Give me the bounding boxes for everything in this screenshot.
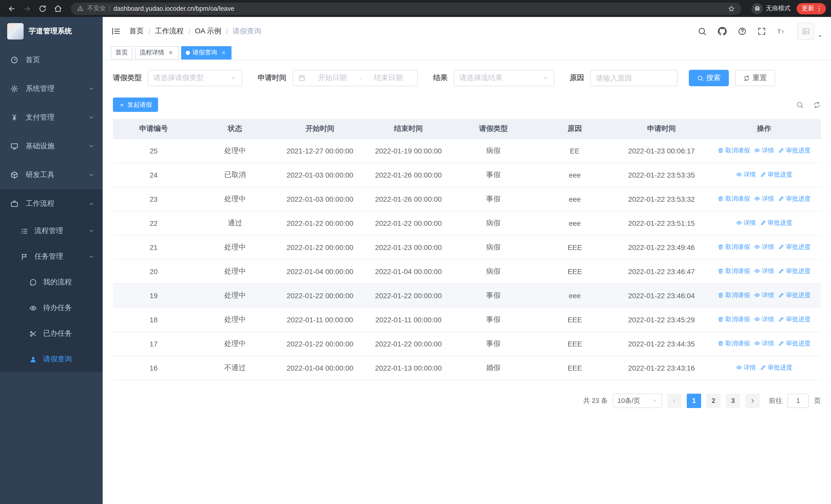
browser-update-menu-button[interactable]: 更新 bbox=[797, 3, 826, 14]
detail-link[interactable]: 详情 bbox=[736, 170, 756, 179]
detail-link[interactable]: 详情 bbox=[754, 339, 774, 348]
table-body: 25处理中2021-12-27 00:00:002022-01-19 00:00… bbox=[113, 139, 821, 380]
cell-apply-time: 2022-01-22 23:51:15 bbox=[615, 211, 708, 235]
cell-status: 处理中 bbox=[194, 259, 276, 283]
yen-icon bbox=[10, 113, 19, 122]
tab-leave-query[interactable]: 请假查询 bbox=[181, 46, 231, 59]
refresh-table-icon[interactable] bbox=[813, 101, 821, 109]
approval-progress-link[interactable]: 审批进度 bbox=[778, 315, 810, 324]
github-icon[interactable] bbox=[717, 26, 727, 36]
briefcase-icon bbox=[10, 200, 19, 208]
search-button[interactable]: 搜索 bbox=[689, 70, 729, 86]
approval-progress-link[interactable]: 审批进度 bbox=[778, 267, 810, 276]
search-icon[interactable] bbox=[697, 26, 707, 36]
leave-type-placeholder: 请选择请假类型 bbox=[153, 73, 204, 83]
collapse-sidebar-icon[interactable] bbox=[111, 26, 121, 36]
sidebar-item-process-mgmt[interactable]: 流程管理 bbox=[0, 218, 103, 244]
detail-link[interactable]: 详情 bbox=[754, 291, 774, 300]
font-size-icon[interactable]: TT bbox=[777, 26, 786, 36]
page-button-2[interactable]: 2 bbox=[706, 393, 721, 408]
detail-link[interactable]: 详情 bbox=[754, 146, 774, 155]
cancel-leave-link[interactable]: 取消请假 bbox=[718, 267, 750, 276]
page-size-select[interactable]: 10条/页 bbox=[613, 393, 662, 408]
delete-icon bbox=[718, 340, 724, 347]
sidebar-item-task-mgmt[interactable]: 任务管理 bbox=[0, 244, 103, 269]
security-warning-icon[interactable] bbox=[77, 5, 84, 12]
detail-link[interactable]: 详情 bbox=[754, 243, 774, 251]
approval-progress-link[interactable]: 审批进度 bbox=[778, 195, 810, 203]
sidebar-item-todo-tasks[interactable]: 待办任务 bbox=[0, 295, 103, 321]
sidebar-item-my-process[interactable]: 我的流程 bbox=[0, 269, 103, 295]
edit-icon bbox=[778, 317, 784, 323]
browser-back-button[interactable] bbox=[5, 2, 19, 15]
sidebar-item-dev-tools[interactable]: 研发工具 bbox=[0, 161, 103, 189]
approval-progress-link[interactable]: 审批进度 bbox=[778, 146, 810, 155]
result-select[interactable]: 请选择流结果 bbox=[454, 70, 554, 86]
cell-leave-type: 病假 bbox=[453, 211, 534, 235]
cell-apply-id: 18 bbox=[113, 307, 194, 331]
sidebar-item-home[interactable]: 首页 bbox=[0, 46, 103, 75]
create-leave-button[interactable]: 发起请假 bbox=[113, 97, 158, 112]
fullscreen-icon[interactable] bbox=[757, 26, 766, 36]
tab-home[interactable]: 首页 bbox=[111, 46, 133, 59]
sidebar-item-leave-query[interactable]: 请假查询 bbox=[0, 347, 103, 372]
cancel-leave-link[interactable]: 取消请假 bbox=[718, 195, 750, 203]
leave-type-select[interactable]: 请选择请假类型 bbox=[148, 70, 242, 86]
cell-actions: 取消请假详情审批进度 bbox=[708, 283, 821, 307]
reset-button[interactable]: 重置 bbox=[735, 70, 775, 86]
detail-link[interactable]: 详情 bbox=[736, 363, 756, 372]
approval-progress-link[interactable]: 审批进度 bbox=[760, 219, 792, 227]
detail-link[interactable]: 详情 bbox=[736, 219, 756, 227]
chevron-down-icon bbox=[88, 228, 94, 234]
sidebar-item-payment-mgmt[interactable]: 支付管理 bbox=[0, 103, 103, 132]
goto-page-input[interactable] bbox=[787, 393, 809, 408]
table-header-row: 申请编号 状态 开始时间 结束时间 请假类型 原因 申请时间 操作 bbox=[113, 119, 821, 139]
detail-link[interactable]: 详情 bbox=[754, 267, 774, 276]
approval-progress-link[interactable]: 审批进度 bbox=[778, 243, 810, 251]
sidebar-item-infrastructure[interactable]: 基础设施 bbox=[0, 132, 103, 161]
approval-progress-link[interactable]: 审批进度 bbox=[778, 291, 810, 300]
detail-link[interactable]: 详情 bbox=[754, 315, 774, 324]
approval-progress-link[interactable]: 审批进度 bbox=[778, 339, 810, 348]
close-icon[interactable] bbox=[167, 49, 174, 56]
page-button-1[interactable]: 1 bbox=[687, 393, 701, 408]
dashboard-icon bbox=[10, 56, 19, 64]
sidebar-item-done-tasks[interactable]: 已办任务 bbox=[0, 321, 103, 347]
cancel-leave-link[interactable]: 取消请假 bbox=[718, 291, 750, 300]
approval-progress-link[interactable]: 审批进度 bbox=[760, 170, 792, 179]
breadcrumb-home[interactable]: 首页 bbox=[130, 26, 144, 36]
cell-status: 处理中 bbox=[194, 307, 276, 331]
help-icon[interactable] bbox=[738, 26, 747, 36]
bookmark-star-icon[interactable] bbox=[728, 5, 735, 12]
next-page-button[interactable] bbox=[745, 393, 760, 408]
eye-icon bbox=[754, 244, 760, 250]
app-logo[interactable]: 芋道管理系统 bbox=[0, 17, 103, 46]
browser-forward-button[interactable] bbox=[21, 2, 34, 15]
browser-reload-button[interactable] bbox=[36, 2, 49, 15]
table-row: 24已取消2022-01-03 00:00:002022-01-26 00:00… bbox=[113, 163, 821, 187]
browser-menu-icon bbox=[815, 5, 823, 12]
sidebar-item-system-mgmt[interactable]: 系统管理 bbox=[0, 75, 103, 103]
toggle-search-icon[interactable] bbox=[796, 101, 804, 109]
sidebar-item-workflow[interactable]: 工作流程 bbox=[0, 189, 103, 218]
page-url[interactable]: dashboard.yudao.iocoder.cn/bpm/oa/leave bbox=[113, 5, 724, 12]
cancel-leave-link[interactable]: 取消请假 bbox=[718, 243, 750, 251]
breadcrumb-workflow[interactable]: 工作流程 bbox=[155, 26, 184, 36]
cancel-leave-link[interactable]: 取消请假 bbox=[718, 146, 750, 155]
cancel-leave-link[interactable]: 取消请假 bbox=[718, 339, 750, 348]
avatar[interactable] bbox=[797, 22, 814, 40]
reason-input[interactable] bbox=[590, 70, 678, 86]
detail-link[interactable]: 详情 bbox=[754, 195, 774, 203]
page-button-3[interactable]: 3 bbox=[726, 393, 740, 408]
browser-home-button[interactable] bbox=[51, 2, 65, 15]
approval-progress-link[interactable]: 审批进度 bbox=[760, 363, 792, 372]
cancel-leave-link[interactable]: 取消请假 bbox=[718, 315, 750, 324]
apply-time-range-picker[interactable]: 开始日期 - 结束日期 bbox=[292, 70, 418, 86]
user-menu[interactable] bbox=[797, 22, 823, 40]
tab-process-detail[interactable]: 流程详情 bbox=[135, 46, 179, 59]
breadcrumb-oa-example[interactable]: OA 示例 bbox=[195, 26, 222, 36]
close-icon[interactable] bbox=[220, 49, 227, 56]
prev-page-button[interactable] bbox=[667, 393, 682, 408]
monitor-icon bbox=[10, 142, 19, 150]
address-bar[interactable]: 不安全 dashboard.yudao.iocoder.cn/bpm/oa/le… bbox=[71, 2, 741, 14]
